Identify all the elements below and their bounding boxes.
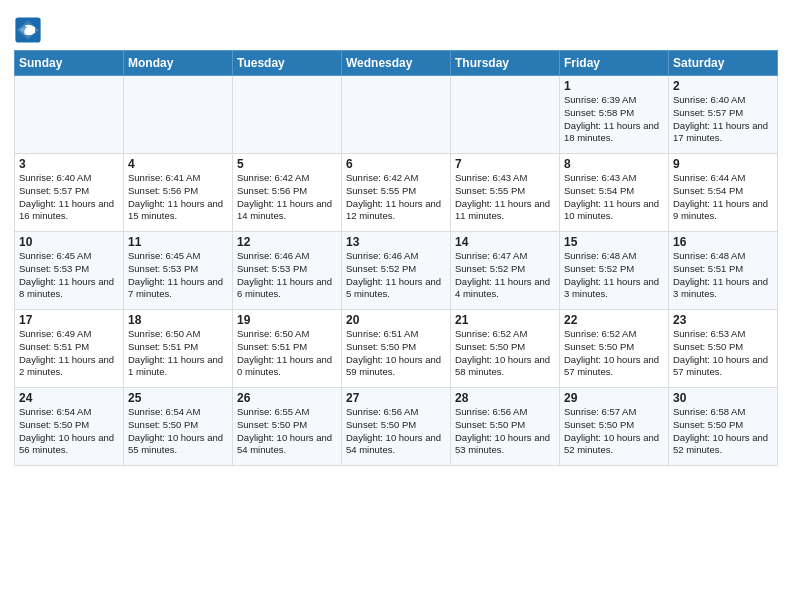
day-info: Sunrise: 6:44 AM Sunset: 5:54 PM Dayligh… [673, 172, 773, 223]
day-cell: 11Sunrise: 6:45 AM Sunset: 5:53 PM Dayli… [124, 232, 233, 310]
day-cell: 6Sunrise: 6:42 AM Sunset: 5:55 PM Daylig… [342, 154, 451, 232]
day-number: 27 [346, 391, 446, 405]
day-info: Sunrise: 6:49 AM Sunset: 5:51 PM Dayligh… [19, 328, 119, 379]
general-blue-icon [14, 16, 42, 44]
day-number: 1 [564, 79, 664, 93]
day-info: Sunrise: 6:42 AM Sunset: 5:55 PM Dayligh… [346, 172, 446, 223]
day-cell: 19Sunrise: 6:50 AM Sunset: 5:51 PM Dayli… [233, 310, 342, 388]
header [14, 10, 778, 44]
day-number: 18 [128, 313, 228, 327]
calendar-header: SundayMondayTuesdayWednesdayThursdayFrid… [15, 51, 778, 76]
day-info: Sunrise: 6:50 AM Sunset: 5:51 PM Dayligh… [128, 328, 228, 379]
day-info: Sunrise: 6:56 AM Sunset: 5:50 PM Dayligh… [455, 406, 555, 457]
day-number: 16 [673, 235, 773, 249]
day-cell: 29Sunrise: 6:57 AM Sunset: 5:50 PM Dayli… [560, 388, 669, 466]
week-row-3: 10Sunrise: 6:45 AM Sunset: 5:53 PM Dayli… [15, 232, 778, 310]
day-info: Sunrise: 6:43 AM Sunset: 5:55 PM Dayligh… [455, 172, 555, 223]
day-cell: 26Sunrise: 6:55 AM Sunset: 5:50 PM Dayli… [233, 388, 342, 466]
day-info: Sunrise: 6:52 AM Sunset: 5:50 PM Dayligh… [455, 328, 555, 379]
logo-area [14, 16, 46, 44]
day-cell [451, 76, 560, 154]
day-number: 11 [128, 235, 228, 249]
calendar-table: SundayMondayTuesdayWednesdayThursdayFrid… [14, 50, 778, 466]
week-row-2: 3Sunrise: 6:40 AM Sunset: 5:57 PM Daylig… [15, 154, 778, 232]
day-number: 26 [237, 391, 337, 405]
day-cell: 13Sunrise: 6:46 AM Sunset: 5:52 PM Dayli… [342, 232, 451, 310]
day-cell: 24Sunrise: 6:54 AM Sunset: 5:50 PM Dayli… [15, 388, 124, 466]
day-cell: 5Sunrise: 6:42 AM Sunset: 5:56 PM Daylig… [233, 154, 342, 232]
day-number: 15 [564, 235, 664, 249]
day-number: 6 [346, 157, 446, 171]
day-number: 7 [455, 157, 555, 171]
day-number: 17 [19, 313, 119, 327]
day-number: 2 [673, 79, 773, 93]
week-row-1: 1Sunrise: 6:39 AM Sunset: 5:58 PM Daylig… [15, 76, 778, 154]
day-info: Sunrise: 6:43 AM Sunset: 5:54 PM Dayligh… [564, 172, 664, 223]
day-number: 23 [673, 313, 773, 327]
col-header-saturday: Saturday [669, 51, 778, 76]
day-number: 12 [237, 235, 337, 249]
day-number: 13 [346, 235, 446, 249]
day-cell [124, 76, 233, 154]
day-number: 20 [346, 313, 446, 327]
day-cell: 1Sunrise: 6:39 AM Sunset: 5:58 PM Daylig… [560, 76, 669, 154]
day-info: Sunrise: 6:52 AM Sunset: 5:50 PM Dayligh… [564, 328, 664, 379]
day-info: Sunrise: 6:57 AM Sunset: 5:50 PM Dayligh… [564, 406, 664, 457]
col-header-thursday: Thursday [451, 51, 560, 76]
day-info: Sunrise: 6:55 AM Sunset: 5:50 PM Dayligh… [237, 406, 337, 457]
col-header-wednesday: Wednesday [342, 51, 451, 76]
day-cell: 9Sunrise: 6:44 AM Sunset: 5:54 PM Daylig… [669, 154, 778, 232]
day-number: 4 [128, 157, 228, 171]
day-info: Sunrise: 6:54 AM Sunset: 5:50 PM Dayligh… [128, 406, 228, 457]
day-info: Sunrise: 6:46 AM Sunset: 5:52 PM Dayligh… [346, 250, 446, 301]
day-cell: 12Sunrise: 6:46 AM Sunset: 5:53 PM Dayli… [233, 232, 342, 310]
day-number: 24 [19, 391, 119, 405]
day-info: Sunrise: 6:46 AM Sunset: 5:53 PM Dayligh… [237, 250, 337, 301]
day-number: 14 [455, 235, 555, 249]
day-cell: 22Sunrise: 6:52 AM Sunset: 5:50 PM Dayli… [560, 310, 669, 388]
day-info: Sunrise: 6:56 AM Sunset: 5:50 PM Dayligh… [346, 406, 446, 457]
day-info: Sunrise: 6:42 AM Sunset: 5:56 PM Dayligh… [237, 172, 337, 223]
day-cell: 3Sunrise: 6:40 AM Sunset: 5:57 PM Daylig… [15, 154, 124, 232]
day-cell: 4Sunrise: 6:41 AM Sunset: 5:56 PM Daylig… [124, 154, 233, 232]
day-cell: 17Sunrise: 6:49 AM Sunset: 5:51 PM Dayli… [15, 310, 124, 388]
day-info: Sunrise: 6:53 AM Sunset: 5:50 PM Dayligh… [673, 328, 773, 379]
day-cell: 16Sunrise: 6:48 AM Sunset: 5:51 PM Dayli… [669, 232, 778, 310]
day-cell: 30Sunrise: 6:58 AM Sunset: 5:50 PM Dayli… [669, 388, 778, 466]
calendar-body: 1Sunrise: 6:39 AM Sunset: 5:58 PM Daylig… [15, 76, 778, 466]
day-cell [15, 76, 124, 154]
day-cell: 23Sunrise: 6:53 AM Sunset: 5:50 PM Dayli… [669, 310, 778, 388]
col-header-sunday: Sunday [15, 51, 124, 76]
day-cell: 21Sunrise: 6:52 AM Sunset: 5:50 PM Dayli… [451, 310, 560, 388]
header-row: SundayMondayTuesdayWednesdayThursdayFrid… [15, 51, 778, 76]
day-cell: 20Sunrise: 6:51 AM Sunset: 5:50 PM Dayli… [342, 310, 451, 388]
day-cell: 15Sunrise: 6:48 AM Sunset: 5:52 PM Dayli… [560, 232, 669, 310]
day-info: Sunrise: 6:40 AM Sunset: 5:57 PM Dayligh… [673, 94, 773, 145]
day-info: Sunrise: 6:41 AM Sunset: 5:56 PM Dayligh… [128, 172, 228, 223]
day-number: 9 [673, 157, 773, 171]
day-number: 8 [564, 157, 664, 171]
day-number: 28 [455, 391, 555, 405]
day-cell: 10Sunrise: 6:45 AM Sunset: 5:53 PM Dayli… [15, 232, 124, 310]
day-info: Sunrise: 6:50 AM Sunset: 5:51 PM Dayligh… [237, 328, 337, 379]
day-info: Sunrise: 6:48 AM Sunset: 5:51 PM Dayligh… [673, 250, 773, 301]
day-cell: 27Sunrise: 6:56 AM Sunset: 5:50 PM Dayli… [342, 388, 451, 466]
day-number: 10 [19, 235, 119, 249]
day-info: Sunrise: 6:58 AM Sunset: 5:50 PM Dayligh… [673, 406, 773, 457]
week-row-5: 24Sunrise: 6:54 AM Sunset: 5:50 PM Dayli… [15, 388, 778, 466]
day-info: Sunrise: 6:54 AM Sunset: 5:50 PM Dayligh… [19, 406, 119, 457]
day-number: 3 [19, 157, 119, 171]
day-info: Sunrise: 6:40 AM Sunset: 5:57 PM Dayligh… [19, 172, 119, 223]
day-number: 21 [455, 313, 555, 327]
day-number: 25 [128, 391, 228, 405]
col-header-monday: Monday [124, 51, 233, 76]
page: SundayMondayTuesdayWednesdayThursdayFrid… [0, 0, 792, 480]
day-cell: 18Sunrise: 6:50 AM Sunset: 5:51 PM Dayli… [124, 310, 233, 388]
day-cell: 28Sunrise: 6:56 AM Sunset: 5:50 PM Dayli… [451, 388, 560, 466]
day-number: 19 [237, 313, 337, 327]
day-cell [342, 76, 451, 154]
day-cell: 2Sunrise: 6:40 AM Sunset: 5:57 PM Daylig… [669, 76, 778, 154]
day-info: Sunrise: 6:39 AM Sunset: 5:58 PM Dayligh… [564, 94, 664, 145]
day-info: Sunrise: 6:45 AM Sunset: 5:53 PM Dayligh… [19, 250, 119, 301]
day-cell [233, 76, 342, 154]
